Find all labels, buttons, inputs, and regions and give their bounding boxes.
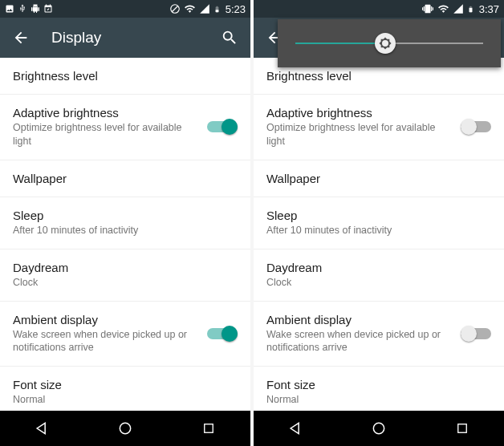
- row-subtitle: Optimize brightness level for available …: [13, 121, 199, 148]
- row-title: Daydream: [13, 261, 238, 274]
- page-title: Display: [51, 29, 101, 47]
- wifi-icon: [437, 3, 449, 14]
- row-brightness-level[interactable]: Brightness level: [0, 58, 250, 95]
- picture-icon: [5, 4, 14, 14]
- phone-right: 3:37 Display Brightness level Adaptive b…: [254, 0, 504, 446]
- row-title: Adaptive brightness: [13, 106, 199, 120]
- app-bar: Display: [0, 18, 250, 58]
- nav-back-button[interactable]: [26, 412, 58, 444]
- wifi-icon: [184, 3, 196, 14]
- nav-recent-button[interactable]: [446, 412, 478, 444]
- ambient-display-switch[interactable]: [461, 326, 491, 342]
- status-left: [5, 4, 53, 14]
- brightness-slider-thumb[interactable]: [375, 33, 396, 54]
- row-ambient-display[interactable]: Ambient display Wake screen when device …: [0, 302, 250, 367]
- row-subtitle: Normal: [266, 393, 491, 407]
- row-wallpaper[interactable]: Wallpaper: [254, 160, 504, 197]
- row-adaptive-brightness[interactable]: Adaptive brightness Optimize brightness …: [0, 95, 250, 160]
- nav-bar: [254, 411, 504, 446]
- adaptive-brightness-switch[interactable]: [461, 119, 491, 135]
- row-title: Font size: [266, 378, 491, 391]
- nav-recent-button[interactable]: [193, 412, 225, 444]
- status-clock: 3:37: [479, 3, 499, 15]
- row-ambient-display[interactable]: Ambient display Wake screen when device …: [254, 302, 504, 367]
- row-title: Sleep: [13, 209, 238, 222]
- svg-point-0: [120, 423, 130, 433]
- row-title: Wallpaper: [266, 172, 491, 185]
- signal-icon: [199, 3, 210, 14]
- svg-rect-1: [205, 424, 213, 433]
- row-sleep[interactable]: Sleep After 10 minutes of inactivity: [254, 197, 504, 249]
- usb-icon: [18, 4, 27, 14]
- battery-icon: [467, 3, 474, 15]
- battery-icon: [213, 3, 221, 15]
- status-right: 3:37: [421, 3, 499, 15]
- row-wallpaper[interactable]: Wallpaper: [0, 160, 250, 197]
- phone-left: 5:23 Display Brightness level Adaptive b…: [0, 0, 250, 446]
- row-adaptive-brightness[interactable]: Adaptive brightness Optimize brightness …: [254, 95, 504, 160]
- nav-back-button[interactable]: [279, 412, 311, 444]
- brightness-slider-overlay: [278, 19, 501, 67]
- row-subtitle: Wake screen when device picked up or not…: [266, 328, 453, 355]
- row-daydream[interactable]: Daydream Clock: [254, 249, 504, 302]
- row-sleep[interactable]: Sleep After 10 minutes of inactivity: [0, 197, 250, 249]
- row-subtitle: Optimize brightness level for available …: [266, 121, 453, 148]
- settings-list: Brightness level Adaptive brightness Opt…: [0, 58, 250, 411]
- row-title: Sleep: [266, 209, 491, 222]
- signal-icon: [453, 3, 464, 14]
- row-subtitle: Clock: [266, 276, 491, 290]
- adaptive-brightness-switch[interactable]: [207, 119, 238, 135]
- row-title: Adaptive brightness: [266, 106, 453, 120]
- nav-bar: [0, 411, 250, 446]
- row-title: Ambient display: [266, 313, 453, 326]
- row-font-size[interactable]: Font size Normal: [254, 367, 504, 411]
- search-button[interactable]: [218, 26, 241, 49]
- status-right: 5:23: [169, 3, 246, 15]
- row-daydream[interactable]: Daydream Clock: [0, 249, 250, 302]
- row-title: Brightness level: [266, 69, 491, 83]
- row-subtitle: Wake screen when device picked up or not…: [13, 328, 199, 355]
- row-title: Ambient display: [13, 313, 199, 326]
- nav-home-button[interactable]: [109, 412, 141, 444]
- vibrate-icon: [421, 3, 434, 14]
- row-subtitle: Normal: [13, 393, 238, 407]
- svg-point-2: [373, 423, 384, 433]
- settings-list: Brightness level Adaptive brightness Opt…: [254, 58, 504, 411]
- brightness-slider-fill: [295, 43, 385, 44]
- status-bar: 5:23: [0, 0, 250, 18]
- do-not-disturb-icon: [169, 3, 181, 14]
- row-title: Daydream: [266, 261, 491, 274]
- brightness-slider[interactable]: [295, 43, 483, 44]
- svg-rect-3: [458, 424, 467, 433]
- nav-home-button[interactable]: [363, 412, 395, 444]
- row-title: Font size: [13, 378, 238, 391]
- row-subtitle: After 10 minutes of inactivity: [13, 224, 238, 237]
- row-subtitle: Clock: [13, 276, 238, 290]
- back-button[interactable]: [10, 26, 32, 49]
- android-icon: [30, 4, 40, 14]
- calendar-icon: [43, 4, 53, 14]
- row-font-size[interactable]: Font size Normal: [0, 367, 250, 411]
- status-bar: 3:37: [254, 0, 504, 18]
- status-clock: 5:23: [226, 3, 246, 15]
- row-title: Brightness level: [13, 69, 238, 83]
- row-title: Wallpaper: [13, 172, 238, 185]
- ambient-display-switch[interactable]: [207, 326, 238, 342]
- row-subtitle: After 10 minutes of inactivity: [266, 224, 491, 237]
